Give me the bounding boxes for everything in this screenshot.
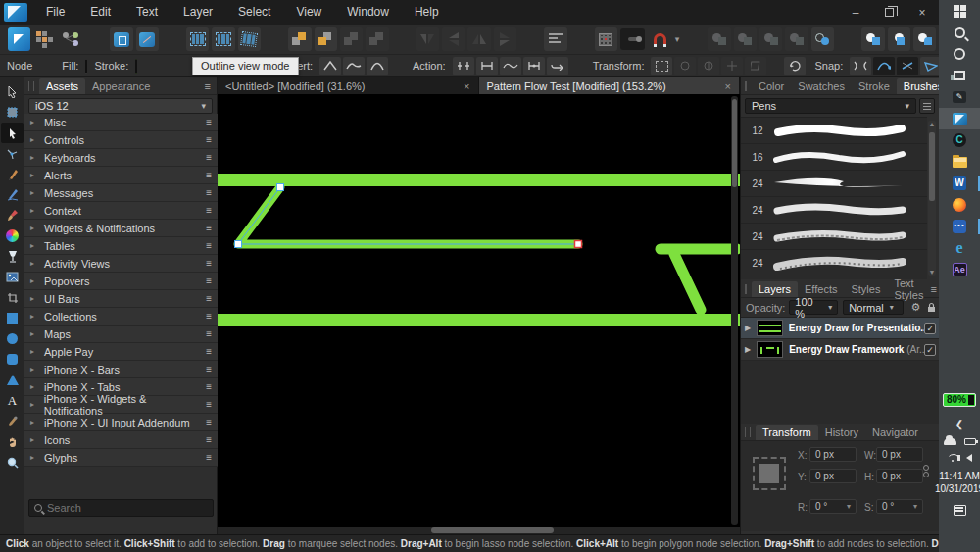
- tab-effects[interactable]: Effects: [798, 281, 844, 297]
- menu-view[interactable]: View: [283, 0, 334, 25]
- tab-stroke[interactable]: Stroke: [852, 78, 897, 94]
- task-view-button[interactable]: [939, 65, 980, 86]
- asset-row-tables[interactable]: ▸Tables≡: [24, 237, 218, 255]
- close-button[interactable]: ×: [906, 0, 939, 25]
- menu-text[interactable]: Text: [123, 0, 171, 25]
- tab-layers[interactable]: Layers: [752, 281, 798, 297]
- geometry-divide-button[interactable]: [913, 27, 936, 51]
- taskbar-affinity-designer[interactable]: [939, 108, 980, 129]
- rotate-ccw-button[interactable]: [467, 27, 490, 51]
- geometry-merge-button[interactable]: [861, 27, 884, 51]
- tab-appearance[interactable]: Appearance: [85, 78, 157, 94]
- brush-list-mode-button[interactable]: [919, 98, 935, 114]
- move-backward-button[interactable]: [340, 27, 363, 51]
- taskbar-file-explorer[interactable]: [939, 151, 980, 173]
- flip-horizontal-button[interactable]: [416, 27, 439, 51]
- blend-mode-select[interactable]: Normal ▾: [843, 300, 904, 315]
- row-menu-icon[interactable]: ≡: [206, 205, 212, 216]
- onedrive-icon[interactable]: [944, 438, 956, 445]
- fill-tool[interactable]: [1, 226, 24, 246]
- triangle-tool[interactable]: [1, 370, 24, 390]
- convert-smooth-button[interactable]: [343, 57, 365, 75]
- transform-mode-button[interactable]: [651, 57, 672, 75]
- row-menu-icon[interactable]: ≡: [206, 364, 212, 375]
- fill-swatch[interactable]: [85, 59, 87, 74]
- transform-rotate-button[interactable]: [674, 57, 696, 75]
- stroke-swatch[interactable]: [135, 59, 137, 74]
- layer-row-2[interactable]: ▶ Energy Draw Framework (Ar... ✓: [741, 339, 940, 361]
- x-field[interactable]: 0 px: [809, 447, 857, 462]
- convert-smart-button[interactable]: [367, 57, 388, 75]
- action-center-icon[interactable]: [954, 505, 966, 516]
- expand-layer-icon[interactable]: ▶: [745, 324, 757, 332]
- menu-edit[interactable]: Edit: [77, 0, 123, 25]
- snap-off-curve-button[interactable]: [897, 57, 918, 75]
- cortana-button[interactable]: [939, 43, 980, 65]
- brush-scrollbar[interactable]: ▲ ▼: [928, 121, 936, 276]
- grid-toggle-button[interactable]: [595, 27, 617, 51]
- asset-row-iphonex-bars[interactable]: ▸iPhone X - Bars≡: [24, 361, 218, 378]
- rounded-rectangle-tool[interactable]: [1, 349, 24, 370]
- brush-set-select[interactable]: Pens ▾: [745, 98, 916, 114]
- row-menu-icon[interactable]: ≡: [206, 258, 212, 269]
- gear-icon[interactable]: ⚙: [910, 301, 920, 314]
- tab-navigator[interactable]: Navigator: [865, 425, 925, 440]
- snapping-dropdown-arrow[interactable]: ▾: [675, 34, 680, 44]
- asset-row-controls[interactable]: ▸Controls≡: [24, 131, 218, 149]
- row-menu-icon[interactable]: ≡: [206, 223, 212, 233]
- brush-item[interactable]: 24: [741, 197, 927, 224]
- taskbar-firefox[interactable]: [939, 194, 980, 216]
- insert-behind-button[interactable]: [136, 27, 159, 51]
- tab-text-styles[interactable]: Text Styles: [887, 276, 930, 303]
- start-button[interactable]: [939, 0, 980, 22]
- panel-menu-icon[interactable]: ≡: [205, 80, 211, 92]
- asset-search[interactable]: [28, 499, 214, 517]
- action-reverse-button[interactable]: [547, 57, 568, 75]
- taskbar-messaging-app[interactable]: •••: [939, 216, 980, 237]
- row-menu-icon[interactable]: ≡: [206, 170, 212, 180]
- row-menu-icon[interactable]: ≡: [206, 276, 212, 286]
- battery-icon[interactable]: [964, 438, 976, 445]
- asset-row-misc[interactable]: ▸Misc≡: [24, 114, 218, 131]
- expand-layer-icon[interactable]: ▶: [745, 345, 757, 354]
- vertical-scrollbar[interactable]: [731, 96, 738, 525]
- panel-grab-handle[interactable]: [745, 284, 747, 294]
- snapping-magnet-button[interactable]: [648, 27, 670, 51]
- view-tool[interactable]: [1, 431, 24, 452]
- action-break-button[interactable]: [453, 57, 474, 75]
- move-to-front-button[interactable]: [288, 27, 311, 51]
- action-join-button[interactable]: [523, 57, 545, 75]
- corner-tool[interactable]: [1, 143, 24, 164]
- taskbar-clock[interactable]: 11:41 AM 10/31/2019: [935, 470, 980, 495]
- scroll-up-icon[interactable]: ▲: [928, 121, 936, 127]
- brush-scrollbar-thumb[interactable]: [929, 132, 935, 201]
- tab-swatches[interactable]: Swatches: [791, 78, 852, 94]
- brush-item[interactable]: 16: [741, 144, 927, 171]
- cycle-selection-button[interactable]: [784, 57, 806, 75]
- panel-grab-handle[interactable]: [745, 427, 751, 437]
- taskbar-search-button[interactable]: [939, 22, 980, 43]
- boolean-add-button[interactable]: [708, 27, 730, 51]
- h-field[interactable]: 0 px: [876, 469, 923, 483]
- panel-menu-icon[interactable]: ≡: [930, 283, 936, 295]
- boolean-subtract-button[interactable]: [734, 27, 757, 51]
- zoom-tool[interactable]: [1, 452, 24, 473]
- restore-button[interactable]: [872, 0, 906, 25]
- transparency-tool[interactable]: [1, 246, 24, 267]
- menu-select[interactable]: Select: [225, 0, 283, 25]
- brush-item[interactable]: 24: [741, 250, 927, 276]
- rotation-field[interactable]: 0 °▾: [809, 499, 857, 514]
- brush-item[interactable]: 12: [741, 118, 927, 144]
- anchor-point-selector[interactable]: [753, 457, 786, 490]
- node-tool[interactable]: [1, 123, 24, 143]
- rectangle-tool[interactable]: [1, 308, 24, 328]
- move-to-back-button[interactable]: [366, 27, 388, 51]
- boolean-combine-button[interactable]: [811, 27, 834, 51]
- asset-row-activity-views[interactable]: ▸Activity Views≡: [24, 255, 218, 273]
- asset-row-ui-bars[interactable]: ▸UI Bars≡: [24, 290, 218, 308]
- horizontal-scrollbar-thumb[interactable]: [431, 527, 554, 533]
- taskbar-edge[interactable]: e: [939, 237, 980, 259]
- alignment-button[interactable]: [544, 27, 566, 51]
- y-field[interactable]: 0 px: [809, 469, 857, 483]
- text-tool[interactable]: A: [1, 390, 24, 411]
